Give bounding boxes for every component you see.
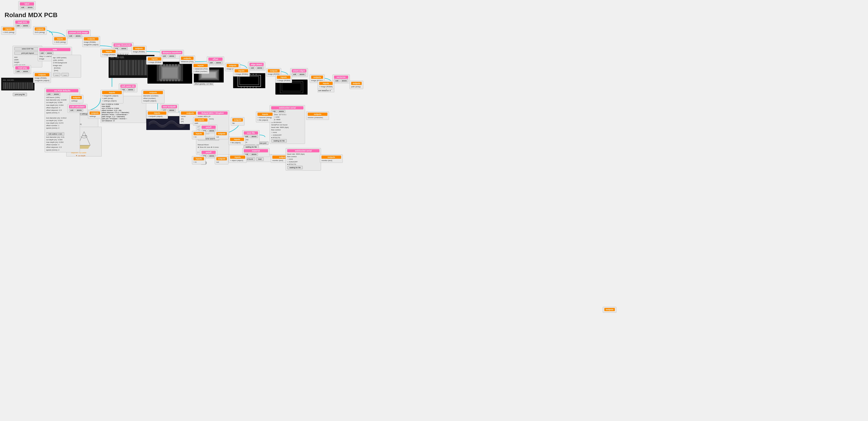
edge-detect-edit-btn[interactable]: edit xyxy=(249,66,255,69)
inputs-orient-edges-port: > image (RGBA) xyxy=(277,79,290,82)
outputs-offset-title: outputs xyxy=(227,64,239,67)
inputs-save-file-title: inputs xyxy=(230,138,244,141)
read-png-node: read png edit delete xyxy=(14,65,31,74)
inputs-on-off-lower-port: > in xyxy=(193,161,204,163)
outputs-roland-file: outputs file xyxy=(231,117,245,126)
vectorize-delete-btn[interactable]: delete xyxy=(340,79,348,82)
convert-btn-1[interactable]: ___ xyxy=(53,73,60,76)
material-delete-btn[interactable]: delete xyxy=(250,153,258,156)
on-off-upper-delete-btn[interactable]: delete xyxy=(208,129,216,132)
note-edit-btn[interactable]: edit xyxy=(39,52,45,55)
vbit-calc-delete-btn[interactable]: delete xyxy=(75,109,83,112)
convert-svg-delete-btn[interactable]: delete xyxy=(74,34,82,37)
waiting-for-file-btn2[interactable]: waiting for file xyxy=(287,166,303,169)
on-off-lower-delete-btn[interactable]: delete xyxy=(208,154,216,157)
svg-rect-76 xyxy=(169,64,171,66)
set-pcb-defaults-edit-btn[interactable]: edit xyxy=(46,93,52,96)
outputs-png-node: outputs image (RGBA)imageInfo (object) xyxy=(33,72,51,83)
material-title: material xyxy=(244,149,268,152)
read-svg-delete-btn[interactable]: delete xyxy=(22,24,29,27)
offset-delete-btn[interactable]: delete xyxy=(215,61,222,64)
outputs-on-off-upper-port: out xyxy=(216,136,227,138)
svg-rect-75 xyxy=(166,64,168,66)
label-delete-btn[interactable]: delete xyxy=(26,6,34,9)
print-png-btn[interactable]: print png file xyxy=(13,93,27,96)
inputs-svg-node: inputs > SVG (string) xyxy=(1,26,16,35)
outputs-png-port: image (RGBA)imageInfo (object) xyxy=(35,77,49,82)
set-pcb-defaults-title: set PCB defaults xyxy=(46,89,79,92)
inputs-offset-title: inputs xyxy=(193,64,208,67)
svg-text:▼ cut depth: ▼ cut depth xyxy=(75,155,86,157)
read-svg-title: read SVG xyxy=(15,21,29,24)
print-pcb-btn[interactable]: print pcb layout xyxy=(14,52,41,55)
read-svg-edit-btn[interactable]: edit xyxy=(15,24,21,27)
outputs-vbit-title: outputs xyxy=(90,111,100,115)
outputs-png-title: outputs xyxy=(35,73,49,76)
inputs-edge-detect: inputs > image (RGBA) xyxy=(233,68,250,76)
outputs-convert-svg: outputs image (RGBA)imageInfo (object) xyxy=(82,36,100,47)
vectorize-title: vectorize xyxy=(334,75,348,79)
inputs-material: inputs > object (object) xyxy=(228,154,247,163)
websocket-serial-node: webSocket serial edit delete address: 12… xyxy=(270,105,305,144)
inputs-mill-raster-port: > imageInfo (object)> path (array)> sett… xyxy=(102,95,122,102)
outputs-websocket-port: receive (character) xyxy=(308,116,328,119)
orient-edges-node: orient edges edit delete xyxy=(290,68,308,77)
save-file-content: name: size: xyxy=(244,138,258,143)
dist-transform-svg xyxy=(148,62,192,84)
inputs-edge-detect-title: inputs xyxy=(235,69,248,72)
label-node: label edit delete xyxy=(18,1,36,10)
label-edit-btn[interactable]: edit xyxy=(20,6,26,9)
select-dxf-btn[interactable]: select DXF file xyxy=(14,47,41,51)
save-file-delete-btn[interactable]: delete xyxy=(250,135,258,138)
orient-edges-delete-btn[interactable]: delete xyxy=(298,73,306,76)
mill-raster-title: mill raster 2D xyxy=(120,85,136,88)
svg-rect-80 xyxy=(160,79,162,81)
outputs-convert-svg-title: outputs xyxy=(84,37,98,40)
vbit-calc-edit-btn[interactable]: edit xyxy=(69,109,75,112)
inputs-convert-svg: inputs > SVG (string) xyxy=(53,36,67,44)
svg-rect-86 xyxy=(178,79,180,81)
outputs-dist-transform-title: outputs xyxy=(181,57,193,60)
inputs-on-off-upper-title: inputs xyxy=(193,132,204,135)
svg-text:angle: angle xyxy=(83,134,87,137)
edge-detect-node: edge detect edit delete xyxy=(248,62,265,71)
inputs-threshold-port: > image (RGBA) xyxy=(102,54,116,56)
read-png-delete-btn[interactable]: delete xyxy=(22,70,29,73)
orient-edges-edit-btn[interactable]: edit xyxy=(292,73,298,76)
inputs-websocket-port: > transmit (string)> file (object) xyxy=(257,116,273,121)
inputs-on-off-lower-title: inputs xyxy=(193,157,204,160)
mill-outline-btn[interactable]: mill outline 1 mm xyxy=(46,132,64,136)
dist-transform-image xyxy=(147,62,192,84)
inputs-vectorize-port: > image (RGBA) xyxy=(319,86,333,88)
vectorize-edit-btn[interactable]: edit xyxy=(334,79,340,82)
outputs-vectorize: outputs path (array) xyxy=(349,80,363,89)
websocket-serial-2-node: webSocket serial baud rate: 9600 (bps) f… xyxy=(286,148,321,171)
outputs-detected-node: outputs xyxy=(603,307,616,313)
note-delete-btn[interactable]: delete xyxy=(46,52,54,55)
convert-btn-2[interactable]: ___ xyxy=(61,73,68,76)
dist-transform-delete-btn[interactable]: delete xyxy=(168,55,176,58)
set-pcb-defaults-delete-btn[interactable]: delete xyxy=(53,93,60,96)
read-png-edit-btn[interactable]: edit xyxy=(15,70,21,73)
image-threshold-delete-btn[interactable]: delete xyxy=(120,47,128,50)
distance-transform-title: distance transform xyxy=(161,51,182,54)
inputs-on-off-lower: inputs > in xyxy=(192,156,206,164)
svg-rect-84 xyxy=(172,79,174,81)
inputs-edge-detect-port: > image (RGBA) xyxy=(235,73,248,75)
edge-detect-delete-btn[interactable]: delete xyxy=(256,66,264,69)
mat-btn2[interactable]: load xyxy=(256,157,264,161)
read-png-title: read png xyxy=(15,66,29,69)
inputs-offset-port: > distances (F32)> offset (number) xyxy=(193,68,208,73)
waiting-for-file-btn[interactable]: waiting for file xyxy=(272,139,287,142)
websocket-serial-title: webSocket serial xyxy=(271,106,303,109)
mill-raster-delete-btn[interactable]: delete xyxy=(127,88,134,91)
outputs-websocket: outputs receive (character) xyxy=(306,111,329,120)
outputs-websocket-title: outputs xyxy=(308,112,328,116)
websocket-serial-delete-btn[interactable]: delete xyxy=(278,110,285,113)
inputs-threshold-title: inputs xyxy=(102,50,116,53)
convert-svg-edit-btn[interactable]: edit xyxy=(68,34,73,37)
svg-rect-81 xyxy=(163,79,165,81)
view-toolpath-delete-btn[interactable]: delete xyxy=(168,109,176,112)
inputs-svg-title: inputs xyxy=(3,27,14,31)
inputs-on-off-upper: inputs > in xyxy=(192,131,206,139)
